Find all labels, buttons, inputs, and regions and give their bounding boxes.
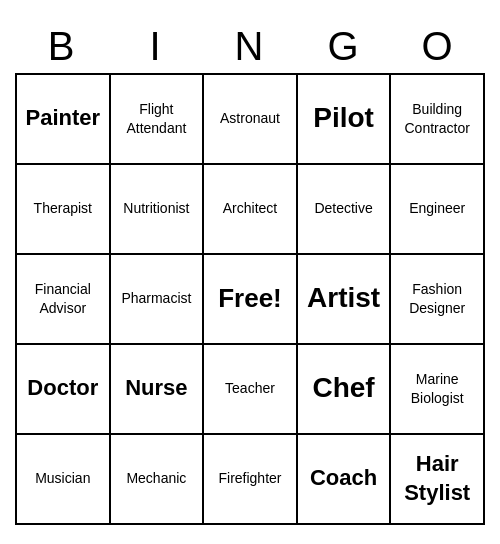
bingo-cell-7: Architect [204,165,298,255]
bingo-cell-12: Free! [204,255,298,345]
bingo-letter-n: N [203,20,297,73]
bingo-cell-0: Painter [17,75,111,165]
bingo-cell-10: Financial Advisor [17,255,111,345]
bingo-cell-2: Astronaut [204,75,298,165]
bingo-cell-16: Nurse [111,345,205,435]
bingo-letter-g: G [297,20,391,73]
bingo-cell-9: Engineer [391,165,485,255]
bingo-cell-24: Hair Stylist [391,435,485,525]
bingo-cell-1: Flight Attendant [111,75,205,165]
bingo-cell-6: Nutritionist [111,165,205,255]
bingo-cell-18: Chef [298,345,392,435]
bingo-cell-11: Pharmacist [111,255,205,345]
bingo-cell-15: Doctor [17,345,111,435]
bingo-cell-3: Pilot [298,75,392,165]
bingo-cell-8: Detective [298,165,392,255]
bingo-cell-22: Firefighter [204,435,298,525]
bingo-cell-20: Musician [17,435,111,525]
bingo-cell-23: Coach [298,435,392,525]
bingo-header: BINGO [15,20,485,73]
bingo-grid: PainterFlight AttendantAstronautPilotBui… [15,73,485,525]
bingo-cell-19: Marine Biologist [391,345,485,435]
bingo-cell-14: Fashion Designer [391,255,485,345]
bingo-letter-i: I [109,20,203,73]
bingo-cell-5: Therapist [17,165,111,255]
bingo-cell-21: Mechanic [111,435,205,525]
bingo-letter-o: O [391,20,485,73]
bingo-cell-13: Artist [298,255,392,345]
bingo-cell-17: Teacher [204,345,298,435]
bingo-letter-b: B [15,20,109,73]
bingo-card: BINGO PainterFlight AttendantAstronautPi… [15,20,485,525]
bingo-cell-4: Building Contractor [391,75,485,165]
